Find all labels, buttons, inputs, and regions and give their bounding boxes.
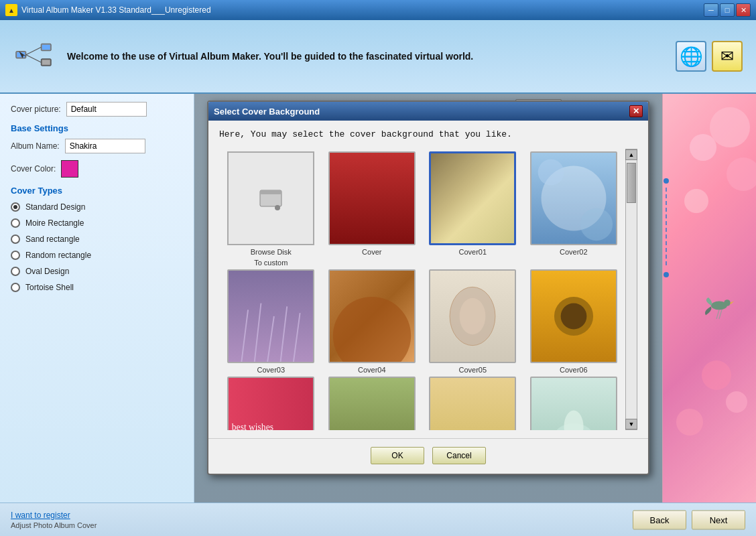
covers-scroll-area: Browse Disk To custom Cover — [219, 149, 625, 430]
svg-rect-3 — [42, 45, 50, 50]
cover-thumb-07: best wishes — [227, 377, 314, 430]
cover-item-08[interactable]: Cover08 — [323, 377, 422, 430]
bottom-bar: I want to register Adjust Photo Album Co… — [0, 503, 756, 536]
cover-item-05[interactable]: Cover05 — [424, 269, 522, 374]
svg-point-31 — [684, 189, 708, 213]
app-icon: ▲ — [5, 4, 17, 16]
radio-sand-label: Sand rectangle — [25, 234, 80, 244]
svg-point-29 — [690, 134, 716, 161]
header-logo — [13, 36, 54, 76]
radio-moire-icon — [11, 218, 20, 228]
header-icons: 🌐 ✉ — [676, 41, 743, 72]
album-name-row: Album Name: — [11, 139, 183, 153]
cover-item-02[interactable]: Cover02 — [525, 151, 623, 267]
cover-label-02: Cover02 — [560, 248, 588, 256]
cover-label-05: Cover05 — [458, 366, 487, 374]
covers-grid-area: Browse Disk To custom Cover — [219, 149, 637, 430]
cover-item-03[interactable]: Cover03 — [222, 269, 320, 374]
covers-scrollbar: ▲ ▼ — [625, 149, 637, 430]
radio-moire-label: Moire Rectangle — [25, 218, 84, 228]
window-controls: ─ □ ✕ — [704, 3, 751, 17]
album-name-label: Album Name: — [11, 141, 60, 151]
scroll-down-button[interactable]: ▼ — [625, 419, 637, 429]
radio-tortoise-shell[interactable]: Tortoise Shell — [11, 283, 183, 292]
main-area: Cover picture: Base Settings Album Name:… — [0, 94, 756, 503]
covers-grid: Browse Disk To custom Cover — [219, 149, 625, 430]
app-title: Virtual Album Maker V1.33 Standard___Unr… — [21, 5, 704, 15]
radio-oval-label: Oval Design — [25, 267, 69, 276]
cover-label-cover: Cover — [362, 248, 381, 256]
to-custom-label: To custom — [254, 259, 288, 267]
svg-point-14 — [580, 208, 612, 241]
cover-item-cover[interactable]: Cover — [323, 151, 422, 267]
radio-tortoise-label: Tortoise Shell — [25, 283, 74, 292]
svg-point-37 — [702, 360, 731, 390]
cover-thumb-01 — [429, 151, 516, 245]
radio-tortoise-icon — [11, 283, 20, 292]
modal-close-button[interactable]: ✕ — [629, 105, 643, 117]
cover-label-01: Cover01 — [458, 248, 487, 256]
radio-moire-rectangle[interactable]: Moire Rectangle — [11, 218, 183, 228]
cover-item-09[interactable]: Cover09 — [424, 377, 522, 430]
base-settings-title: Base Settings — [11, 123, 183, 133]
svg-line-35 — [716, 310, 719, 319]
header-text: Welcome to the use of Virtual Album Make… — [54, 50, 676, 64]
header-banner: Welcome to the use of Virtual Album Make… — [0, 20, 756, 94]
svg-line-17 — [267, 316, 274, 362]
cover-item-10[interactable]: Cover10 — [525, 377, 623, 430]
modal-description: Here, You may select the cover backgroun… — [219, 129, 637, 141]
album-name-input[interactable] — [65, 139, 145, 153]
cover-thumb-03 — [227, 269, 314, 363]
cover-thumb-02 — [530, 151, 617, 245]
register-link[interactable]: I want to register — [11, 511, 97, 520]
close-button[interactable]: ✕ — [736, 3, 751, 17]
svg-line-7 — [26, 55, 42, 62]
svg-point-27 — [564, 411, 583, 430]
cover-color-swatch[interactable] — [61, 160, 78, 178]
radio-oval-design[interactable]: Oval Design — [11, 267, 183, 276]
cover-thumb-08 — [328, 377, 416, 430]
cover-thumb-10 — [530, 377, 617, 430]
title-bar: ▲ Virtual Album Maker V1.33 Standard___U… — [0, 0, 756, 20]
maximize-button[interactable]: □ — [720, 3, 735, 17]
svg-point-22 — [460, 298, 486, 334]
browse-disk-label: Browse Disk — [251, 248, 292, 256]
radio-standard-design[interactable]: Standard Design — [11, 202, 183, 212]
cover-picture-input[interactable] — [66, 102, 147, 117]
svg-text:best wishes: best wishes — [232, 422, 273, 430]
left-panel: Cover picture: Base Settings Album Name:… — [0, 94, 194, 503]
svg-line-36 — [719, 310, 722, 319]
globe-button[interactable]: 🌐 — [676, 41, 706, 72]
cover-picture-row: Cover picture: — [11, 102, 183, 117]
cover-item-01[interactable]: Cover01 — [424, 151, 522, 267]
browse-disk-item[interactable]: Browse Disk To custom — [222, 151, 320, 267]
browse-disk-thumb — [227, 151, 314, 245]
radio-standard-icon — [11, 202, 20, 212]
cancel-button[interactable]: Cancel — [432, 447, 486, 464]
radio-sand-rectangle[interactable]: Sand rectangle — [11, 234, 183, 244]
cover-picture-label: Cover picture: — [11, 105, 61, 114]
cover-item-07[interactable]: best wishes Cover07 — [222, 377, 320, 430]
next-button[interactable]: Next — [692, 510, 745, 529]
right-panel — [662, 94, 756, 503]
svg-point-30 — [727, 157, 756, 191]
scrollbar-track[interactable] — [626, 160, 637, 419]
cover-color-row: Cover Color: — [11, 160, 183, 178]
modal-footer: OK Cancel — [208, 438, 648, 474]
cover-label-03: Cover03 — [257, 366, 285, 374]
radio-standard-label: Standard Design — [25, 202, 85, 212]
back-button[interactable]: Back — [633, 510, 686, 529]
svg-line-6 — [26, 48, 42, 55]
scroll-up-button[interactable]: ▲ — [625, 149, 637, 160]
ok-button[interactable]: OK — [371, 447, 424, 464]
welcome-message: Welcome to the use of Virtual Album Make… — [67, 50, 676, 64]
radio-random-rectangle[interactable]: Random rectangle — [11, 251, 183, 260]
cover-types-title: Cover Types — [11, 186, 183, 196]
cover-item-06[interactable]: Cover06 — [525, 269, 623, 374]
minimize-button[interactable]: ─ — [704, 3, 718, 17]
svg-line-18 — [281, 307, 288, 362]
scrollbar-thumb[interactable] — [627, 163, 636, 203]
cover-item-04[interactable]: Cover04 — [323, 269, 422, 374]
nav-buttons: Back Next — [633, 510, 745, 529]
mail-button[interactable]: ✉ — [712, 41, 743, 72]
